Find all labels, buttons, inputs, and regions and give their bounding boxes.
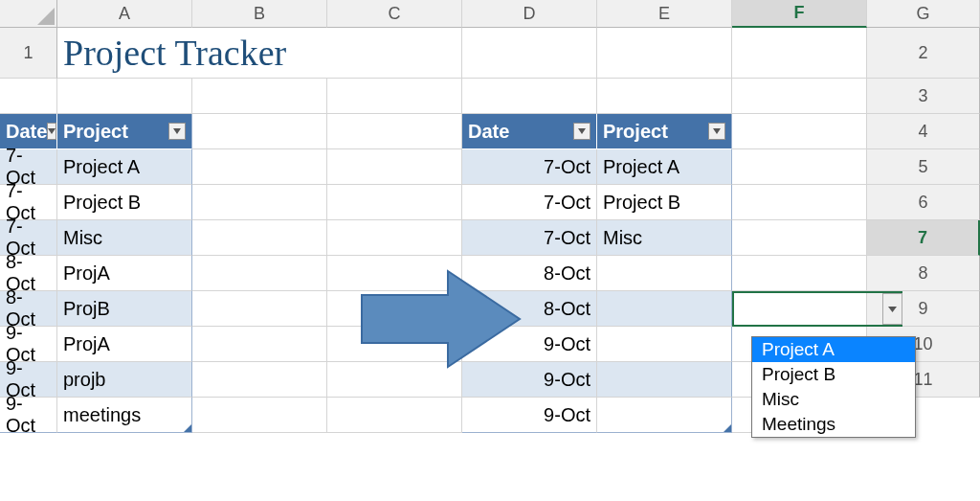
table-resize-handle[interactable]	[184, 424, 191, 432]
row-header-2[interactable]: 2	[867, 28, 980, 79]
svg-marker-2	[578, 128, 586, 134]
cell-C7[interactable]	[192, 256, 327, 291]
cell-D11[interactable]	[327, 398, 462, 433]
filter-button[interactable]	[47, 123, 56, 140]
row-header-4[interactable]: 4	[867, 114, 980, 149]
col-header-E[interactable]: E	[597, 0, 732, 28]
cell-G8[interactable]	[732, 291, 867, 327]
cell-D3[interactable]	[327, 114, 462, 149]
cell-C2[interactable]	[192, 79, 327, 114]
cell-D2[interactable]	[327, 79, 462, 114]
cell-F9[interactable]	[597, 327, 732, 362]
dropdown-option[interactable]: Misc	[752, 387, 915, 412]
row-header-5[interactable]: 5	[867, 149, 980, 185]
cell-C10[interactable]	[192, 362, 327, 398]
header-label: Project	[63, 121, 128, 143]
col-header-D[interactable]: D	[462, 0, 597, 28]
dropdown-button[interactable]	[882, 293, 902, 325]
dropdown-option[interactable]: Project A	[752, 337, 915, 362]
cell-B2[interactable]	[57, 79, 192, 114]
cell-B9[interactable]: ProjA	[57, 327, 192, 362]
row-header-1[interactable]: 1	[0, 28, 57, 79]
cell-D5[interactable]	[327, 185, 462, 220]
cell-E4[interactable]: 7-Oct	[462, 149, 597, 185]
filter-button[interactable]	[708, 123, 725, 140]
cell-A11[interactable]: 9-Oct	[0, 398, 57, 433]
cell-C4[interactable]	[192, 149, 327, 185]
table-right-header-date[interactable]: Date	[462, 114, 597, 149]
cell-F11[interactable]	[597, 398, 732, 433]
dropdown-option[interactable]: Meetings	[752, 412, 915, 437]
cell-C11[interactable]	[192, 398, 327, 433]
cell-B4[interactable]: Project A	[57, 149, 192, 185]
col-header-B[interactable]: B	[192, 0, 327, 28]
select-all-corner[interactable]	[0, 0, 57, 28]
col-header-A[interactable]: A	[57, 0, 192, 28]
cell-E10[interactable]: 9-Oct	[462, 362, 597, 398]
table-left-header-project[interactable]: Project	[57, 114, 192, 149]
chevron-down-icon	[888, 307, 897, 312]
page-title: Project Tracker	[57, 28, 462, 79]
chevron-down-icon	[48, 128, 56, 134]
cell-E6[interactable]: 7-Oct	[462, 220, 597, 256]
cell-B6[interactable]: Misc	[57, 220, 192, 256]
row-header-7[interactable]: 7	[867, 220, 980, 256]
cell-E1[interactable]	[462, 28, 597, 79]
row-header-6[interactable]: 6	[867, 185, 980, 220]
cell-E7[interactable]: 8-Oct	[462, 256, 597, 291]
table-resize-handle[interactable]	[724, 424, 731, 432]
cell-B8[interactable]: ProjB	[57, 291, 192, 327]
cell-G7[interactable]	[732, 256, 867, 291]
cell-C3[interactable]	[192, 114, 327, 149]
cell-D9[interactable]	[327, 327, 462, 362]
col-header-F[interactable]: F	[732, 0, 867, 28]
cell-G4[interactable]	[732, 149, 867, 185]
svg-marker-3	[713, 128, 721, 134]
header-label: Date	[468, 121, 509, 143]
cell-B11[interactable]: meetings	[57, 398, 192, 433]
cell-F10[interactable]	[597, 362, 732, 398]
cell-G5[interactable]	[732, 185, 867, 220]
dropdown-option[interactable]: Project B	[752, 362, 915, 387]
cell-E5[interactable]: 7-Oct	[462, 185, 597, 220]
filter-button[interactable]	[168, 123, 186, 140]
cell-G6[interactable]	[732, 220, 867, 256]
svg-marker-0	[48, 128, 56, 134]
cell-G3[interactable]	[732, 114, 867, 149]
dropdown-list[interactable]: Project A Project B Misc Meetings	[751, 336, 916, 438]
row-header-8[interactable]: 8	[867, 256, 980, 291]
col-header-C[interactable]: C	[327, 0, 462, 28]
cell-B5[interactable]: Project B	[57, 185, 192, 220]
cell-C9[interactable]	[192, 327, 327, 362]
cell-F6[interactable]: Misc	[597, 220, 732, 256]
table-right-header-project[interactable]: Project	[597, 114, 732, 149]
cell-G2[interactable]	[732, 79, 867, 114]
cell-D10[interactable]	[327, 362, 462, 398]
filter-button[interactable]	[573, 123, 590, 140]
cell-C8[interactable]	[192, 291, 327, 327]
cell-D6[interactable]	[327, 220, 462, 256]
cell-C6[interactable]	[192, 220, 327, 256]
cell-D4[interactable]	[327, 149, 462, 185]
header-label: Project	[603, 121, 668, 143]
cell-C5[interactable]	[192, 185, 327, 220]
col-header-G[interactable]: G	[867, 0, 980, 28]
svg-marker-1	[173, 128, 181, 134]
cell-F5[interactable]: Project B	[597, 185, 732, 220]
cell-F8[interactable]	[597, 291, 732, 327]
cell-E2[interactable]	[462, 79, 597, 114]
cell-B10[interactable]: projb	[57, 362, 192, 398]
cell-F4[interactable]: Project A	[597, 149, 732, 185]
cell-F7[interactable]	[597, 256, 732, 291]
cell-G1[interactable]	[732, 28, 867, 79]
cell-A2[interactable]	[0, 79, 57, 114]
cell-E11[interactable]: 9-Oct	[462, 398, 597, 433]
cell-F2[interactable]	[597, 79, 732, 114]
cell-D8[interactable]	[327, 291, 462, 327]
cell-E8[interactable]: 8-Oct	[462, 291, 597, 327]
cell-B7[interactable]: ProjA	[57, 256, 192, 291]
cell-F1[interactable]	[597, 28, 732, 79]
cell-D7[interactable]	[327, 256, 462, 291]
row-header-3[interactable]: 3	[867, 79, 980, 114]
cell-E9[interactable]: 9-Oct	[462, 327, 597, 362]
